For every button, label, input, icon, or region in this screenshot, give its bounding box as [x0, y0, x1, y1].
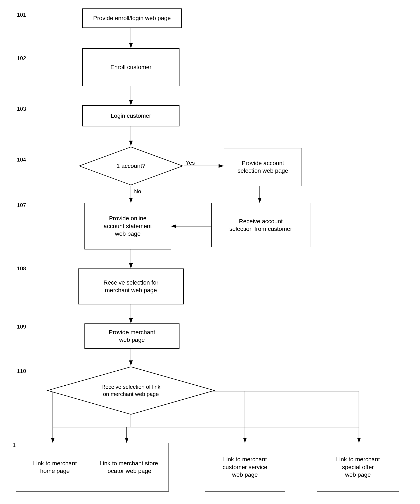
node-104: 1 account?	[78, 146, 184, 186]
flowchart: 101 102 103 104 105 106 107 108 109 110 …	[0, 0, 420, 504]
node-102: Enroll customer	[82, 48, 180, 86]
label-101: 101	[17, 12, 26, 18]
node-114: Link to merchant special offer web page	[317, 443, 399, 492]
yes-label: Yes	[186, 160, 195, 166]
arrows-layer	[0, 0, 420, 504]
label-103: 103	[17, 106, 26, 112]
node-113: Link to merchant customer service web pa…	[205, 443, 285, 492]
node-112: Link to merchant store locator web page	[89, 443, 169, 492]
node-105: Provide account selection web page	[224, 148, 302, 186]
node-108: Receive selection for merchant web page	[78, 269, 184, 304]
label-110: 110	[17, 368, 26, 374]
label-102: 102	[17, 55, 26, 61]
node-110: Receive selection of link on merchant we…	[47, 366, 215, 415]
node-107: Provide online account statement web pag…	[84, 203, 171, 249]
node-101: Provide enroll/login web page	[82, 8, 182, 28]
node-106: Receive account selection from customer	[211, 203, 310, 247]
node-111: Link to merchant home page	[16, 443, 94, 492]
node-109: Provide merchant web page	[84, 324, 180, 349]
label-107: 107	[17, 202, 26, 209]
label-109: 109	[17, 324, 26, 330]
label-108: 108	[17, 265, 26, 272]
node-103: Login customer	[82, 105, 180, 126]
no-label: No	[134, 188, 141, 195]
label-104: 104	[17, 156, 26, 163]
